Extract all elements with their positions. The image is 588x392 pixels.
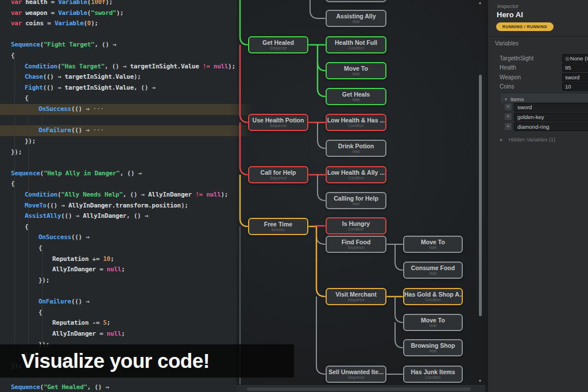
graph-node[interactable]: Health Not FullCondition <box>326 36 386 53</box>
graph-node[interactable]: Move ToWait <box>403 236 463 253</box>
code-line[interactable]: Fight(() ⇒ targetInSight.Value, () ⇒ <box>0 83 237 94</box>
code-token: }); <box>38 276 49 284</box>
code-token: OnSuccess <box>38 233 71 241</box>
drag-handle-icon[interactable]: ≡ <box>505 123 512 130</box>
variable-value-field[interactable]: 95 <box>562 63 588 72</box>
graph-node[interactable]: Visit MerchantSequence <box>326 288 386 305</box>
code-token: AllyInDanger <box>83 212 126 220</box>
hidden-variables-row[interactable]: ▶Hidden Variables (1) <box>500 137 555 143</box>
graph-node[interactable]: Low Health & Has ...Condition <box>326 114 386 131</box>
code-token: (() <box>43 84 57 91</box>
variable-value: 10 <box>565 83 571 90</box>
code-line[interactable]: Sequence("Help Ally in Danger", () ⇒ <box>0 168 237 179</box>
node-title: Move To <box>404 239 462 245</box>
code-lines: var health = Variable(100f);var weapon =… <box>0 0 237 392</box>
code-line[interactable] <box>0 29 237 40</box>
code-line[interactable]: AllyInDanger = null; <box>0 264 237 275</box>
code-line[interactable]: Condition("Has Target", () ⇒ targetInSig… <box>0 62 237 72</box>
code-line[interactable]: Reputation += 10; <box>0 254 237 265</box>
graph-node[interactable]: Get HealedSequence <box>248 36 308 53</box>
code-line[interactable]: var weapon = Variable("sword"); <box>0 8 237 19</box>
code-token: Sequence <box>11 383 40 391</box>
graph-node[interactable]: Has Junk ItemsCondition <box>403 366 463 383</box>
code-line[interactable]: { <box>0 243 237 254</box>
node-subtitle: Selector <box>249 228 307 232</box>
graph-node[interactable]: Find FoodSequence <box>326 236 386 253</box>
graph-node[interactable]: Call for HelpSequence <box>248 166 308 183</box>
code-line[interactable]: MoveTo(() ⇒ AllyInDanger.transform.posit… <box>0 201 237 212</box>
item-name-field[interactable]: sword <box>514 103 588 112</box>
code-token: , () <box>87 383 106 391</box>
code-token: Condition <box>25 63 57 70</box>
code-line[interactable] <box>0 286 237 297</box>
variable-value-field[interactable]: ◎None (Ga <box>562 54 588 63</box>
graph-node[interactable]: Low Health & Ally ...Condition <box>326 166 386 183</box>
graph-node[interactable]: Get HealsWait <box>326 88 386 105</box>
node-title: Has Junk Items <box>404 369 462 375</box>
graph-node[interactable]: Move ToWait <box>326 62 386 79</box>
code-line[interactable]: Chase(() ⇒ targetInSight.Value); <box>0 72 237 83</box>
code-token: , () <box>126 212 145 220</box>
code-editor[interactable]: var health = Variable(100f);var weapon =… <box>0 0 237 392</box>
code-token: null <box>206 191 220 198</box>
code-line[interactable]: }); <box>0 136 237 147</box>
drag-handle-icon[interactable]: ≡ <box>505 113 512 120</box>
graph-node[interactable]: Free TimeSelector <box>248 218 308 235</box>
code-token: += <box>92 255 103 263</box>
graph-horizontal-scrollbar[interactable] <box>237 385 485 392</box>
code-line[interactable]: { <box>0 308 237 318</box>
code-token: }); <box>11 148 22 156</box>
graph-node[interactable]: Is HungryCondition <box>326 217 386 235</box>
code-token: null <box>214 63 228 70</box>
code-line[interactable]: Sequence("Fight Target", () ⇒ <box>0 40 237 51</box>
graph-node[interactable]: Assisting AllyWait <box>326 10 386 27</box>
code-line[interactable]: { <box>0 222 237 233</box>
code-line[interactable]: { <box>0 51 237 62</box>
item-name-field[interactable]: golden-key <box>514 113 588 121</box>
inspector-title: Hero AI <box>497 10 523 19</box>
item-name-field[interactable]: diamond-ring <box>514 122 588 131</box>
code-line[interactable]: Sequence("Get Healed", () ⇒ <box>0 382 237 392</box>
drag-handle-icon[interactable]: ≡ <box>505 103 512 110</box>
code-line[interactable]: var health = Variable(100f); <box>0 0 237 8</box>
node-title: Has Gold & Shop A... <box>404 291 462 298</box>
code-line[interactable]: AllyInDanger = null; <box>0 329 237 340</box>
code-line[interactable]: OnSuccess(() ⇒ ··· <box>0 104 253 115</box>
code-line[interactable]: }); <box>0 275 237 286</box>
code-line[interactable]: { <box>0 179 237 190</box>
graph-node[interactable]: Move ToWait <box>403 314 463 331</box>
code-line[interactable]: OnSuccess(() ⇒ <box>0 232 237 243</box>
code-line[interactable]: { <box>0 93 237 104</box>
items-foldout-header[interactable]: ▼Items <box>501 94 588 102</box>
code-token: ); <box>134 73 141 80</box>
graph-node[interactable] <box>326 0 386 2</box>
graph-node[interactable]: Calling for HelpWait <box>326 192 386 209</box>
code-line[interactable]: }); <box>0 147 237 158</box>
graph-node[interactable]: Has Gold & Shop A...Condition <box>403 288 463 305</box>
scroll-down-arrow-icon[interactable]: ▼ <box>476 379 484 383</box>
graph-node[interactable]: Consume FoodWait <box>403 262 463 279</box>
scrollbar-thumb[interactable] <box>479 75 482 316</box>
variable-value-field[interactable]: sword <box>562 73 588 82</box>
code-line[interactable]: AssistAlly(() ⇒ AllyInDanger, () ⇒ <box>0 211 237 222</box>
variable-value-field[interactable]: 10 <box>562 82 588 91</box>
code-line[interactable]: OnFailure(() ⇒ <box>0 297 237 308</box>
code-token: AllyInDanger <box>148 191 195 198</box>
code-line[interactable]: Condition("Ally Needs Help", () ⇒ AllyIn… <box>0 190 237 201</box>
code-line[interactable]: Reputation -= 5; <box>0 318 237 329</box>
graph-vertical-scrollbar[interactable]: ▲ ▼ <box>476 0 484 385</box>
code-line[interactable]: var coins = Variable(0); <box>0 18 237 29</box>
scroll-up-arrow-icon[interactable]: ▲ <box>476 1 484 5</box>
graph-node[interactable]: Browsing ShopWait <box>403 339 463 356</box>
variable-row: Weaponsword <box>488 73 588 82</box>
graph-node[interactable]: Sell Unwanted Ite...Sequence <box>326 366 386 383</box>
code-token: ··· <box>93 126 104 134</box>
code-line[interactable] <box>0 157 237 168</box>
scrollbar-thumb[interactable] <box>247 387 471 391</box>
variable-value: None (Ga <box>570 55 588 62</box>
code-line[interactable] <box>0 115 237 126</box>
code-line[interactable]: OnFailure(() ⇒ ··· <box>0 125 253 136</box>
graph-node[interactable]: Drink PotionWait <box>326 140 386 157</box>
graph-node[interactable]: Use Health PotionSequence <box>248 114 308 131</box>
variable-name: Health <box>500 64 516 71</box>
